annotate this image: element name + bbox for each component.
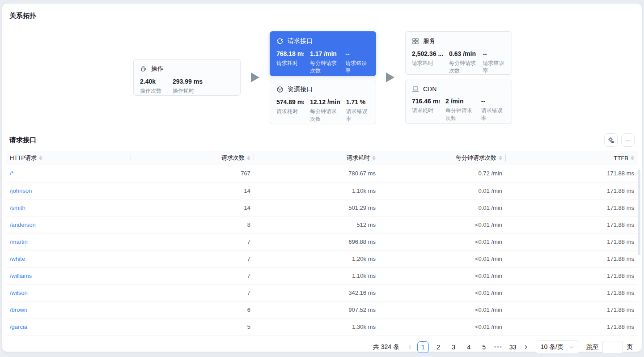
- column-settings-button[interactable]: [604, 133, 618, 147]
- sort-icon[interactable]: [372, 156, 376, 160]
- node-title: 请求接口: [288, 37, 313, 45]
- node-title: 资源接口: [288, 85, 313, 94]
- table-toolbar: 请求接口 ···: [2, 129, 642, 151]
- stat-service-error-rate: -- 请求错误率: [483, 50, 505, 75]
- scrollbar-thumb[interactable]: [638, 170, 640, 255]
- stat-operation-duration: 293.99 ms 操作耗时: [173, 78, 203, 95]
- column-header-request-duration[interactable]: 请求耗时: [254, 151, 379, 165]
- table-row: /white 7 1.20k ms <0.01 /min 171.88 ms: [6, 250, 638, 267]
- cell-request-count: 14: [131, 199, 254, 216]
- page-button-1[interactable]: 1: [417, 341, 429, 353]
- cell-rpm: <0.01 /min: [379, 318, 506, 335]
- http-request-link[interactable]: /white: [10, 255, 25, 262]
- table-row: /brown 6 907.52 ms <0.01 /min 171.88 ms: [6, 301, 638, 318]
- sort-icon[interactable]: [631, 156, 634, 160]
- http-request-link[interactable]: /johnson: [10, 187, 32, 194]
- http-request-link[interactable]: /brown: [10, 306, 27, 313]
- cell-ttfb: 171.88 ms: [506, 182, 638, 199]
- column-header-http-request[interactable]: HTTP请求: [6, 151, 131, 165]
- http-request-link[interactable]: /wilson: [10, 289, 28, 296]
- cell-rpm: <0.01 /min: [379, 301, 506, 318]
- stat-cdn-error-rate: -- 请求错误率: [481, 98, 505, 122]
- node-title: CDN: [423, 85, 436, 93]
- column-header-request-count[interactable]: 请求次数: [131, 151, 254, 165]
- sort-icon[interactable]: [39, 156, 42, 160]
- sort-icon[interactable]: [499, 156, 502, 160]
- page-button-5[interactable]: 5: [478, 341, 490, 353]
- node-request-api[interactable]: 请求接口 768.18 ms 请求耗时 1.17 /min 每分钟请求次数 --…: [270, 31, 376, 76]
- cell-request-duration: 1.20k ms: [254, 250, 379, 267]
- cell-ttfb: 171.88 ms: [506, 301, 638, 318]
- page-button-33[interactable]: 33: [507, 341, 519, 353]
- table-row: /garcia 5 1.30k ms <0.01 /min 171.88 ms: [6, 318, 638, 335]
- grid-icon: [412, 38, 419, 45]
- stat-operation-count: 2.40k 操作次数: [140, 78, 167, 95]
- more-actions-button[interactable]: ···: [621, 133, 635, 147]
- request-api-table: HTTP请求 请求次数 请求耗时 每分钟请求次数 TTFB /* 767 780…: [6, 151, 638, 336]
- page-size-select[interactable]: 10 条/页: [536, 340, 579, 354]
- http-request-link[interactable]: /*: [10, 170, 14, 177]
- page-button-3[interactable]: 3: [448, 341, 459, 353]
- cell-rpm: 0.01 /min: [379, 199, 506, 216]
- cell-rpm: <0.01 /min: [379, 284, 506, 301]
- node-service[interactable]: 服务 2,502.36 ... 请求耗时 0.63 /min 每分钟请求次数 -…: [405, 31, 512, 75]
- page-button-2[interactable]: 2: [432, 341, 444, 353]
- cell-request-count: 5: [131, 318, 254, 335]
- cell-ttfb: 171.88 ms: [506, 233, 638, 250]
- settings-gear-icon: [607, 136, 614, 144]
- node-cdn[interactable]: CDN 716.46 ms 请求耗时 2 /min 每分钟请求次数 -- 请求错…: [405, 80, 512, 124]
- cell-request-count: 7: [131, 284, 254, 301]
- node-resource-api[interactable]: 资源接口 574.89 ms 请求耗时 12.12 /min 每分钟请求次数 1…: [270, 80, 376, 124]
- cell-request-count: 7: [131, 250, 254, 267]
- cell-ttfb: 171.88 ms: [506, 267, 638, 284]
- column-header-ttfb[interactable]: TTFB: [506, 151, 638, 165]
- column-header-rpm[interactable]: 每分钟请求次数: [379, 151, 506, 165]
- http-request-link[interactable]: /anderson: [10, 221, 36, 228]
- stat-cdn-duration: 716.46 ms 请求耗时: [412, 98, 440, 115]
- stat-cdn-rpm: 2 /min 每分钟请求次数: [445, 98, 475, 122]
- api-sync-icon: [276, 38, 284, 45]
- pagination-ellipsis[interactable]: •••: [493, 344, 504, 350]
- cell-rpm: 0.72 /min: [379, 165, 506, 182]
- topology-canvas: 操作 2.40k 操作次数 293.99 ms 操作耗时 请求接口: [2, 28, 642, 129]
- node-title: 服务: [423, 37, 436, 45]
- stat-resource-rpm: 12.12 /min 每分钟请求次数: [310, 98, 340, 123]
- http-request-link[interactable]: /martin: [10, 238, 28, 245]
- stat-service-duration: 2,502.36 ... 请求耗时: [412, 50, 443, 67]
- http-request-link[interactable]: /garcia: [10, 323, 27, 330]
- stat-request-rpm: 1.17 /min 每分钟请求次数: [310, 50, 339, 75]
- next-page-button[interactable]: [522, 344, 530, 351]
- node-operation[interactable]: 操作 2.40k 操作次数 293.99 ms 操作耗时: [133, 59, 241, 96]
- page-unit-label: 页: [627, 343, 633, 351]
- cell-request-count: 14: [131, 182, 254, 199]
- table-row: /wilson 7 342.16 ms <0.01 /min 171.88 ms: [6, 284, 638, 301]
- page-button-4[interactable]: 4: [463, 341, 475, 353]
- table-row: /martin 7 696.88 ms <0.01 /min 171.88 ms: [6, 233, 638, 250]
- table-row: /johnson 14 1.10k ms 0.01 /min 171.88 ms: [6, 182, 638, 199]
- cell-request-duration: 342.16 ms: [254, 284, 379, 301]
- cell-ttfb: 171.88 ms: [506, 216, 638, 233]
- cell-request-duration: 696.88 ms: [254, 233, 379, 250]
- cell-request-count: 7: [131, 233, 254, 250]
- http-request-link[interactable]: /williams: [10, 272, 32, 279]
- ellipsis-icon: ···: [625, 137, 631, 144]
- sort-icon[interactable]: [247, 156, 250, 160]
- table-row: /* 767 780.67 ms 0.72 /min 171.88 ms: [6, 165, 638, 182]
- cell-rpm: <0.01 /min: [379, 216, 506, 233]
- cell-ttfb: 171.88 ms: [506, 250, 638, 267]
- stat-service-rpm: 0.63 /min 每分钟请求次数: [449, 50, 477, 75]
- jump-page-input[interactable]: [602, 341, 623, 353]
- http-request-link[interactable]: /smith: [10, 204, 25, 211]
- cell-ttfb: 171.88 ms: [506, 165, 638, 182]
- cube-icon: [276, 86, 284, 93]
- laptop-icon: [412, 85, 419, 93]
- table-row: /williams 7 1.10k ms <0.01 /min 171.88 m…: [6, 267, 638, 284]
- page-size-value: 10 条/页: [541, 343, 564, 351]
- cell-ttfb: 171.88 ms: [506, 318, 638, 335]
- cell-request-duration: 907.52 ms: [254, 301, 379, 318]
- cell-request-count: 767: [131, 165, 254, 182]
- table-row: /smith 14 501.29 ms 0.01 /min 171.88 ms: [6, 199, 638, 216]
- flow-arrow-right: [251, 72, 259, 82]
- prev-page-button[interactable]: [407, 344, 414, 351]
- cell-rpm: <0.01 /min: [379, 267, 506, 284]
